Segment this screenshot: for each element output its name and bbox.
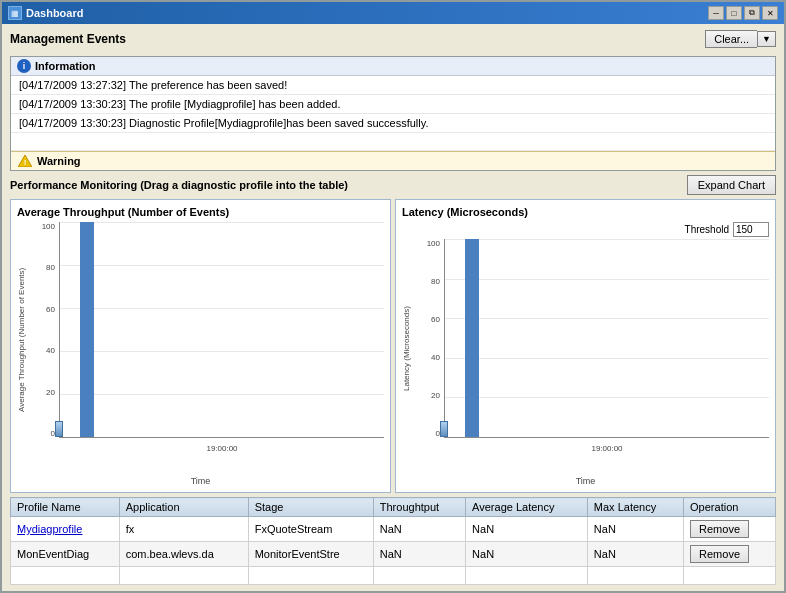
- title-bar-left: ▦ Dashboard: [8, 6, 83, 20]
- charts-row: Average Throughput (Number of Events) Av…: [10, 199, 776, 493]
- ytick-80-lat: 80: [431, 277, 440, 286]
- col-header-avg-latency: Average Latency: [466, 498, 588, 517]
- window-title: Dashboard: [26, 7, 83, 19]
- empty-cell: [466, 567, 588, 585]
- maximize-button[interactable]: ⧉: [744, 6, 760, 20]
- cell-op-2: Remove: [684, 542, 776, 567]
- chart-latency-xlabel: Time: [402, 476, 769, 486]
- warning-icon: !: [18, 155, 32, 167]
- title-bar: ▦ Dashboard ─ □ ⧉ ✕: [2, 2, 784, 24]
- warning-icon-wrap: !: [17, 154, 33, 168]
- gridline: [445, 318, 769, 319]
- chart-bar-lat: [465, 239, 479, 437]
- cell-max-lat-1: NaN: [587, 517, 683, 542]
- gridline: [60, 351, 384, 352]
- cell-max-lat-2: NaN: [587, 542, 683, 567]
- gridline: [60, 265, 384, 266]
- chart-throughput-panel: Average Throughput (Number of Events) Av…: [10, 199, 391, 493]
- restore-button[interactable]: □: [726, 6, 742, 20]
- chart-throughput-xlabel: Time: [17, 476, 384, 486]
- chart-time-tick: 19:00:00: [206, 444, 237, 453]
- management-events-header: Management Events Clear... ▼: [10, 30, 776, 48]
- chart-latency-slider-handle[interactable]: [440, 421, 448, 437]
- chart-slider-handle[interactable]: [55, 421, 63, 437]
- empty-cell: [248, 567, 373, 585]
- table-empty-row: [11, 567, 776, 585]
- clear-button-group: Clear... ▼: [705, 30, 776, 48]
- gridline: [445, 358, 769, 359]
- event-row: [04/17/2009 13:30:23] The profile [Mydia…: [11, 95, 775, 114]
- main-content: Management Events Clear... ▼ i Informati…: [2, 24, 784, 591]
- empty-event-row: [11, 133, 775, 151]
- events-panel: i Information [04/17/2009 13:27:32] The …: [10, 56, 776, 171]
- cell-profile-2: MonEventDiag: [11, 542, 120, 567]
- chart-latency-title: Latency (Microseconds): [402, 206, 769, 218]
- cell-app-2: com.bea.wlevs.da: [119, 542, 248, 567]
- cell-avg-lat-2: NaN: [466, 542, 588, 567]
- ytick-60: 60: [46, 305, 55, 314]
- ytick-60-lat: 60: [431, 315, 440, 324]
- ytick-40-lat: 40: [431, 353, 440, 362]
- cell-avg-lat-1: NaN: [466, 517, 588, 542]
- chart-latency-area: Latency (Microseconds) 100 80 60 40 20 0: [402, 239, 769, 458]
- chart-latency-time-tick: 19:00:00: [591, 444, 622, 453]
- cell-app-1: fx: [119, 517, 248, 542]
- warning-label: Warning: [37, 155, 81, 167]
- perf-title: Performance Monitoring (Drag a diagnosti…: [10, 179, 348, 191]
- ytick-100-lat: 100: [427, 239, 440, 248]
- col-header-throughput: Throughtput: [373, 498, 465, 517]
- table-row: Mydiagprofile fx FxQuoteStream NaN NaN N…: [11, 517, 776, 542]
- profile-table-section: Profile Name Application Stage Throughtp…: [10, 497, 776, 585]
- warning-header: ! Warning: [11, 151, 775, 170]
- gridline: [60, 222, 384, 223]
- clear-dropdown-arrow[interactable]: ▼: [757, 31, 776, 47]
- gridline: [445, 279, 769, 280]
- cell-stage-1: FxQuoteStream: [248, 517, 373, 542]
- ytick-100: 100: [42, 222, 55, 231]
- gridline: [60, 308, 384, 309]
- gridline: [445, 397, 769, 398]
- threshold-input[interactable]: [733, 222, 769, 237]
- gridline: [445, 239, 769, 240]
- close-button[interactable]: ✕: [762, 6, 778, 20]
- empty-cell: [11, 567, 120, 585]
- info-icon: i: [17, 59, 31, 73]
- remove-button-2[interactable]: Remove: [690, 545, 749, 563]
- main-window: ▦ Dashboard ─ □ ⧉ ✕ Management Events Cl…: [0, 0, 786, 593]
- empty-cell: [587, 567, 683, 585]
- empty-cell: [119, 567, 248, 585]
- ytick-20: 20: [46, 388, 55, 397]
- svg-text:!: !: [24, 158, 27, 167]
- ytick-80: 80: [46, 263, 55, 272]
- chart-throughput-title: Average Throughput (Number of Events): [17, 206, 384, 218]
- remove-button-1[interactable]: Remove: [690, 520, 749, 538]
- cell-profile-1: Mydiagprofile: [11, 517, 120, 542]
- col-header-application: Application: [119, 498, 248, 517]
- chart-bar: [80, 222, 94, 437]
- clear-button[interactable]: Clear...: [705, 30, 757, 48]
- window-icon: ▦: [8, 6, 22, 20]
- col-header-profile: Profile Name: [11, 498, 120, 517]
- cell-op-1: Remove: [684, 517, 776, 542]
- cell-stage-2: MonitorEventStre: [248, 542, 373, 567]
- empty-cell: [373, 567, 465, 585]
- event-row: [04/17/2009 13:30:23] Diagnostic Profile…: [11, 114, 775, 133]
- management-events-title: Management Events: [10, 32, 126, 46]
- chart-throughput-area: Average Throughput (Number of Events) 10…: [17, 222, 384, 458]
- table-row: MonEventDiag com.bea.wlevs.da MonitorEve…: [11, 542, 776, 567]
- expand-chart-button[interactable]: Expand Chart: [687, 175, 776, 195]
- profile-link-1[interactable]: Mydiagprofile: [17, 523, 82, 535]
- chart-latency-ylabel: Latency (Microseconds): [402, 239, 416, 458]
- chart-latency-panel: Latency (Microseconds) Threshold Latency…: [395, 199, 776, 493]
- ytick-20-lat: 20: [431, 391, 440, 400]
- ytick-40: 40: [46, 346, 55, 355]
- minimize-button[interactable]: ─: [708, 6, 724, 20]
- info-header: i Information: [11, 57, 775, 76]
- gridline: [60, 394, 384, 395]
- profile-table: Profile Name Application Stage Throughtp…: [10, 497, 776, 585]
- threshold-label: Threshold: [685, 224, 729, 235]
- col-header-max-latency: Max Latency: [587, 498, 683, 517]
- empty-cell: [684, 567, 776, 585]
- info-label: Information: [35, 60, 96, 72]
- event-row: [04/17/2009 13:27:32] The preference has…: [11, 76, 775, 95]
